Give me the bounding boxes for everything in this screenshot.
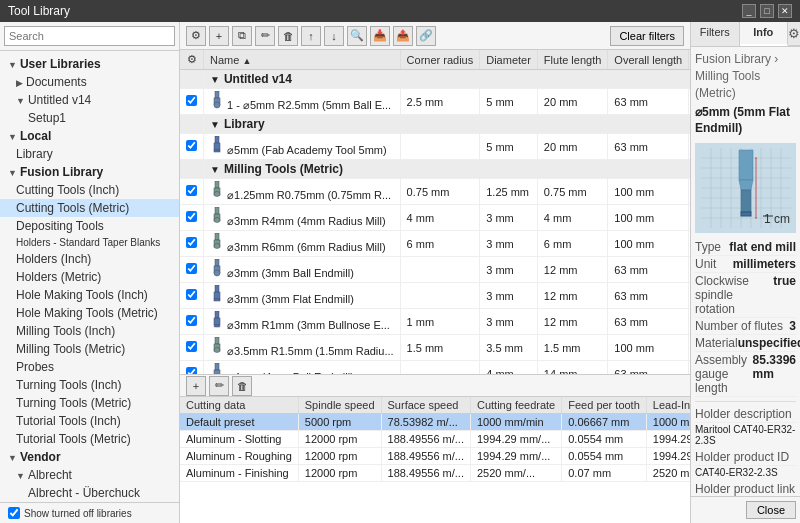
tool-checkbox[interactable] <box>186 211 197 222</box>
delete-preset-button[interactable]: 🗑 <box>232 376 252 396</box>
bottom-table-row[interactable]: Default preset 5000 rpm 78.53982 m/... 1… <box>180 414 690 431</box>
lead-in-feedrate: 1994.29 mm/... <box>646 448 690 465</box>
sidebar-item-probes[interactable]: Probes <box>0 358 179 376</box>
col-type[interactable]: Type <box>689 50 690 70</box>
sidebar-item-milling-metric[interactable]: Milling Tools (Metric) <box>0 340 179 358</box>
sidebar-item-vendor[interactable]: ▼Vendor <box>0 448 179 466</box>
table-row[interactable]: ⌀3mm (3mm Flat Endmill) 3 mm 12 mm 63 mm… <box>180 283 690 309</box>
tool-checkbox[interactable] <box>186 341 197 352</box>
col-corner-radius[interactable]: Corner radius <box>400 50 480 70</box>
table-group-header[interactable]: ▼Library <box>180 115 690 134</box>
sidebar-item-untitled-v14[interactable]: ▼Untitled v14 <box>0 91 179 109</box>
delete-button[interactable]: 🗑 <box>278 26 298 46</box>
move-down-button[interactable]: ↓ <box>324 26 344 46</box>
minimize-button[interactable]: _ <box>742 4 756 18</box>
tab-filters[interactable]: Filters <box>691 22 740 46</box>
edit-button[interactable]: ✏ <box>255 26 275 46</box>
prop-clockwise: Clockwisespindlerotation true <box>695 273 796 318</box>
col-cutting-feedrate[interactable]: Cutting feedrate <box>470 397 561 414</box>
duplicate-button[interactable]: ⧉ <box>232 26 252 46</box>
col-lead-in[interactable]: Lead-In feedrate <box>646 397 690 414</box>
table-row[interactable]: ⌀1.25mm R0.75mm (0.75mm R... 0.75 mm 1.2… <box>180 179 690 205</box>
bottom-table-row[interactable]: Aluminum - Roughing 12000 rpm 188.49556 … <box>180 448 690 465</box>
tool-flute-length: 1.5 mm <box>537 335 607 361</box>
sidebar-item-cutting-inch[interactable]: Cutting Tools (Inch) <box>0 181 179 199</box>
tool-name: ⌀3.5mm R1.5mm (1.5mm Radiu... <box>204 335 401 361</box>
table-row[interactable]: 1 - ⌀5mm R2.5mm (5mm Ball E... 2.5 mm 5 … <box>180 89 690 115</box>
table-row[interactable]: ⌀3mm (3mm Ball Endmill) 3 mm 12 mm 63 mm… <box>180 257 690 283</box>
col-diameter[interactable]: Diameter <box>480 50 538 70</box>
col-cutting-data[interactable]: Cutting data <box>180 397 298 414</box>
sidebar-item-turning-metric[interactable]: Turning Tools (Metric) <box>0 394 179 412</box>
sidebar-item-tutorial-inch[interactable]: Tutorial Tools (Inch) <box>0 412 179 430</box>
col-spindle-speed[interactable]: Spindle speed <box>298 397 381 414</box>
bottom-table-row[interactable]: Aluminum - Finishing 12000 rpm 188.49556… <box>180 465 690 482</box>
svg-rect-61 <box>741 212 751 216</box>
table-row[interactable]: ⌀3.5mm R1.5mm (1.5mm Radiu... 1.5 mm 3.5… <box>180 335 690 361</box>
sidebar-item-fusion-library[interactable]: ▼Fusion Library <box>0 163 179 181</box>
sidebar-item-tutorial-metric[interactable]: Tutorial Tools (Metric) <box>0 430 179 448</box>
tool-checkbox[interactable] <box>186 263 197 274</box>
sidebar-item-hole-metric[interactable]: Hole Making Tools (Metric) <box>0 304 179 322</box>
sidebar-item-turning-inch[interactable]: Turning Tools (Inch) <box>0 376 179 394</box>
table-row[interactable]: ⌀3mm R4mm (4mm Radius Mill) 4 mm 3 mm 4 … <box>180 205 690 231</box>
sidebar-item-albrecht[interactable]: ▼Albrecht <box>0 466 179 484</box>
sidebar-item-cutting-metric[interactable]: Cutting Tools (Metric) <box>0 199 179 217</box>
tool-checkbox[interactable] <box>186 237 197 248</box>
tool-flute-length: 20 mm <box>537 89 607 115</box>
close-window-button[interactable]: ✕ <box>778 4 792 18</box>
table-row[interactable]: ⌀5mm (Fab Academy Tool 5mm) 5 mm 20 mm 6… <box>180 134 690 160</box>
close-button[interactable]: Close <box>746 501 796 519</box>
col-name[interactable]: Name ▲ <box>204 50 401 70</box>
table-row[interactable]: ⌀4mm (4mm Ball Endmill) 4 mm 14 mm 63 mm… <box>180 361 690 376</box>
sidebar-item-library[interactable]: Library <box>0 145 179 163</box>
search-input[interactable] <box>4 26 175 46</box>
settings-icon[interactable]: ⚙ <box>788 22 800 46</box>
tab-info[interactable]: Info <box>740 22 789 46</box>
sidebar-item-setup1[interactable]: Setup1 <box>0 109 179 127</box>
tool-checkbox[interactable] <box>186 140 197 151</box>
search-button[interactable]: 🔍 <box>347 26 367 46</box>
right-panel-content: Fusion Library ›Milling Tools (Metric) ⌀… <box>691 47 800 496</box>
import-button[interactable]: 📥 <box>370 26 390 46</box>
table-header-row: ⚙ Name ▲ Corner radius Diameter Flute le… <box>180 50 690 70</box>
sidebar-item-milling-inch[interactable]: Milling Tools (Inch) <box>0 322 179 340</box>
settings-toolbar-button[interactable]: ⚙ <box>186 26 206 46</box>
sidebar-item-depositing[interactable]: Depositing Tools <box>0 217 179 235</box>
sidebar-item-holders-std[interactable]: Holders - Standard Taper Blanks <box>0 235 179 250</box>
clear-filters-button[interactable]: Clear filters <box>610 26 684 46</box>
col-overall-length[interactable]: Overall length <box>608 50 689 70</box>
sidebar-item-documents[interactable]: ▶Documents <box>0 73 179 91</box>
new-tool-button[interactable]: + <box>209 26 229 46</box>
sidebar-item-holders-inch[interactable]: Holders (Inch) <box>0 250 179 268</box>
sidebar-item-albrecht-uberchuck[interactable]: Albrecht - Überchuck <box>0 484 179 502</box>
tool-checkbox[interactable] <box>186 367 197 375</box>
sidebar-item-holders-metric[interactable]: Holders (Metric) <box>0 268 179 286</box>
col-settings[interactable]: ⚙ <box>180 50 204 70</box>
table-group-header[interactable]: ▼Milling Tools (Metric) <box>180 160 690 179</box>
bottom-table-row[interactable]: Aluminum - Slotting 12000 rpm 188.49556 … <box>180 431 690 448</box>
move-up-button[interactable]: ↑ <box>301 26 321 46</box>
tool-checkbox[interactable] <box>186 185 197 196</box>
export-button[interactable]: 📤 <box>393 26 413 46</box>
tool-checkbox[interactable] <box>186 315 197 326</box>
sidebar-item-local[interactable]: ▼Local <box>0 127 179 145</box>
sidebar-item-hole-inch[interactable]: Hole Making Tools (Inch) <box>0 286 179 304</box>
link-button[interactable]: 🔗 <box>416 26 436 46</box>
col-surface-speed[interactable]: Surface speed <box>381 397 470 414</box>
holder-description-value: Maritool CAT40-ER32-2.3S <box>695 423 796 449</box>
maximize-button[interactable]: □ <box>760 4 774 18</box>
tool-checkbox[interactable] <box>186 95 197 106</box>
col-feed-per-tooth[interactable]: Feed per tooth <box>562 397 647 414</box>
table-row[interactable]: ⌀3mm R1mm (3mm Bullnose E... 1 mm 3 mm 1… <box>180 309 690 335</box>
sidebar-item-user-libraries[interactable]: ▼User Libraries <box>0 55 179 73</box>
title-bar-title: Tool Library <box>8 4 70 18</box>
add-preset-button[interactable]: + <box>186 376 206 396</box>
table-row[interactable]: ⌀3mm R6mm (6mm Radius Mill) 6 mm 3 mm 6 … <box>180 231 690 257</box>
table-group-header[interactable]: ▼Untitled v14 <box>180 70 690 89</box>
tool-checkbox[interactable] <box>186 289 197 300</box>
edit-preset-button[interactable]: ✏ <box>209 376 229 396</box>
svg-rect-22 <box>214 318 220 325</box>
show-turned-off-checkbox[interactable] <box>8 507 20 519</box>
col-flute-length[interactable]: Flute length <box>537 50 607 70</box>
